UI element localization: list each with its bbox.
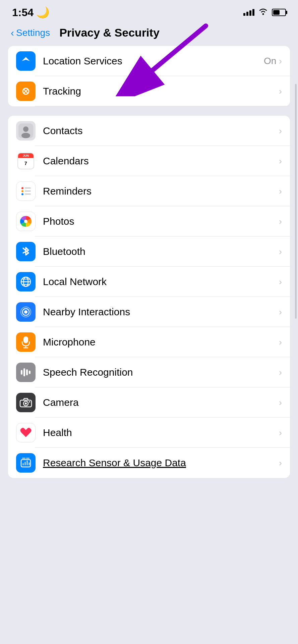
bluetooth-label: Bluetooth xyxy=(43,246,279,257)
speech-recognition-icon xyxy=(16,363,36,382)
photos-chevron: › xyxy=(279,216,282,227)
list-item-bluetooth[interactable]: Bluetooth › xyxy=(8,236,290,267)
svg-rect-27 xyxy=(26,369,28,375)
back-button[interactable]: ‹ Settings xyxy=(11,28,50,38)
svg-point-19 xyxy=(24,310,27,314)
camera-label: Camera xyxy=(43,397,279,408)
list-item-microphone[interactable]: Microphone › xyxy=(8,327,290,357)
location-services-value: On xyxy=(264,56,276,66)
svg-point-13 xyxy=(24,220,27,223)
list-item-camera[interactable]: Camera › xyxy=(8,387,290,418)
calendars-label: Calendars xyxy=(43,155,279,167)
camera-chevron: › xyxy=(279,397,282,408)
contacts-chevron: › xyxy=(279,126,282,136)
nearby-interactions-chevron: › xyxy=(279,307,282,317)
signal-bar-2 xyxy=(246,12,248,16)
status-icons xyxy=(243,8,286,17)
location-services-chevron: › xyxy=(279,56,282,66)
bluetooth-chevron: › xyxy=(279,247,282,257)
research-sensor-icon xyxy=(16,453,36,473)
svg-point-4 xyxy=(23,126,28,132)
research-sensor-chevron: › xyxy=(279,458,282,468)
location-services-icon xyxy=(16,51,36,71)
svg-rect-28 xyxy=(29,371,31,374)
list-item-nearby-interactions[interactable]: Nearby Interactions › xyxy=(8,297,290,327)
svg-point-32 xyxy=(29,401,30,402)
reminders-label: Reminders xyxy=(43,185,279,197)
list-item-tracking[interactable]: Tracking › xyxy=(8,76,290,106)
speech-recognition-chevron: › xyxy=(279,367,282,378)
research-sensor-label: Research Sensor & Usage Data xyxy=(43,457,279,469)
back-chevron-icon: ‹ xyxy=(11,28,14,38)
health-chevron: › xyxy=(279,428,282,438)
microphone-label: Microphone xyxy=(43,336,279,348)
local-network-label: Local Network xyxy=(43,276,279,287)
camera-icon xyxy=(16,393,36,412)
list-item-photos[interactable]: Photos › xyxy=(8,206,290,236)
svg-point-5 xyxy=(21,133,30,138)
speech-recognition-label: Speech Recognition xyxy=(43,367,279,378)
location-services-label: Location Services xyxy=(43,55,264,67)
microphone-icon xyxy=(16,332,36,352)
svg-rect-25 xyxy=(21,370,22,375)
signal-bar-3 xyxy=(249,10,251,16)
local-network-icon xyxy=(16,272,36,291)
wifi-icon xyxy=(258,8,268,17)
svg-rect-26 xyxy=(23,368,25,376)
signal-icon xyxy=(243,9,254,16)
list-item-speech-recognition[interactable]: Speech Recognition › xyxy=(8,357,290,387)
list-item-reminders[interactable]: Reminders › xyxy=(8,176,290,206)
health-label: Health xyxy=(43,427,279,438)
svg-point-9 xyxy=(21,193,23,195)
nearby-interactions-label: Nearby Interactions xyxy=(43,306,279,318)
list-item-local-network[interactable]: Local Network › xyxy=(8,267,290,297)
signal-bar-1 xyxy=(243,13,245,16)
microphone-chevron: › xyxy=(279,337,282,347)
signal-bar-4 xyxy=(252,9,254,16)
svg-rect-10 xyxy=(25,187,31,189)
photos-icon xyxy=(16,212,36,231)
back-label: Settings xyxy=(16,28,50,38)
svg-point-0 xyxy=(262,13,264,15)
reminders-chevron: › xyxy=(279,186,282,197)
reminders-icon xyxy=(16,181,36,201)
svg-point-8 xyxy=(21,190,23,192)
calendars-icon: JUN 7 xyxy=(16,151,36,171)
tracking-icon xyxy=(16,82,36,101)
status-time: 1:54 🌙 xyxy=(12,6,50,19)
svg-rect-22 xyxy=(23,336,28,343)
calendars-chevron: › xyxy=(279,156,282,166)
scrollbar[interactable] xyxy=(295,84,297,319)
bluetooth-icon xyxy=(16,242,36,261)
list-item-location-services[interactable]: Location Services On › xyxy=(8,46,290,76)
svg-point-31 xyxy=(25,402,27,405)
status-bar: 1:54 🌙 xyxy=(0,0,298,22)
battery-icon xyxy=(272,9,286,16)
tracking-chevron: › xyxy=(279,86,282,97)
photos-label: Photos xyxy=(43,216,279,227)
section-location: Location Services On › Tracking › xyxy=(8,46,290,106)
list-item-research-sensor[interactable]: Research Sensor & Usage Data › xyxy=(8,448,290,478)
health-icon xyxy=(16,423,36,442)
page-title: Privacy & Security xyxy=(59,26,160,39)
list-item-health[interactable]: Health › xyxy=(8,418,290,448)
nav-header: ‹ Settings Privacy & Security xyxy=(0,22,298,46)
tracking-label: Tracking xyxy=(43,86,279,97)
local-network-chevron: › xyxy=(279,277,282,287)
contacts-label: Contacts xyxy=(43,125,279,137)
list-item-contacts[interactable]: Contacts › xyxy=(8,116,290,146)
moon-icon: 🌙 xyxy=(36,6,50,19)
contacts-icon xyxy=(16,121,36,141)
section-privacy: Contacts › JUN 7 Calendars › Reminders › xyxy=(8,116,290,478)
svg-rect-11 xyxy=(25,191,31,192)
list-item-calendars[interactable]: JUN 7 Calendars › xyxy=(8,146,290,176)
nearby-interactions-icon xyxy=(16,302,36,322)
svg-rect-12 xyxy=(25,194,31,195)
svg-point-7 xyxy=(21,187,23,189)
time-display: 1:54 xyxy=(12,6,34,19)
